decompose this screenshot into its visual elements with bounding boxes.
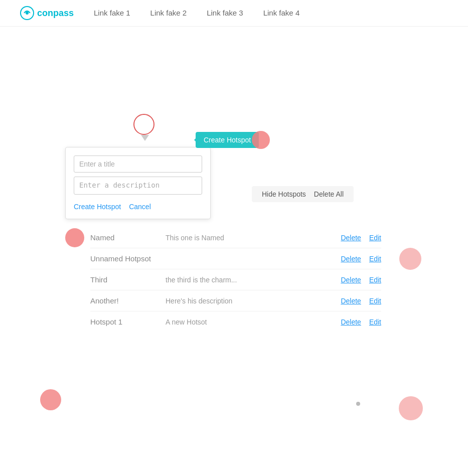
delete-hotspot-5[interactable]: Delete <box>341 318 361 326</box>
title-input[interactable] <box>74 155 202 173</box>
edit-hotspot-1[interactable]: Edit <box>369 234 381 242</box>
hotspot-actions-2: Delete Edit <box>341 255 381 263</box>
hotspot-dot-1 <box>65 228 84 247</box>
hotspot-row: Unnamed Hotpsot Delete Edit <box>90 248 381 269</box>
create-hotspot-tooltip[interactable]: Create Hotspot <box>196 132 259 148</box>
cancel-button[interactable]: Cancel <box>129 203 151 211</box>
delete-hotspot-4[interactable]: Delete <box>341 297 361 305</box>
hotspot-dot-2 <box>399 248 421 270</box>
floating-circle-bottom-right <box>399 396 423 420</box>
hotspot-row: Third the third is the charm... Delete E… <box>90 269 381 290</box>
hotspot-actions-5: Delete Edit <box>341 318 381 326</box>
hotspot-desc-5: A new Hotsot <box>166 318 341 326</box>
hotspot-desc-4: Here's his description <box>166 297 341 305</box>
tooltip-dot <box>252 131 270 149</box>
hotspot-name-2: Unnamed Hotpsot <box>90 254 166 263</box>
edit-hotspot-2[interactable]: Edit <box>369 255 381 263</box>
create-hotspot-button[interactable]: Create Hotspot <box>74 203 121 211</box>
small-dot <box>356 402 360 406</box>
nav-link-3[interactable]: Link fake 3 <box>207 9 243 17</box>
create-hotspot-form: Create Hotspot Cancel <box>65 147 211 219</box>
pin-arrow <box>141 135 149 141</box>
nav-links: Link fake 1 Link fake 2 Link fake 3 Link… <box>94 9 299 18</box>
hotspot-name-5: Hotspot 1 <box>90 318 166 326</box>
delete-hotspot-1[interactable]: Delete <box>341 234 361 242</box>
edit-hotspot-5[interactable]: Edit <box>369 318 381 326</box>
nav-link-1[interactable]: Link fake 1 <box>94 9 130 17</box>
svg-point-1 <box>26 12 29 15</box>
nav-link-2[interactable]: Link fake 2 <box>150 9 187 17</box>
main-content: Create Hotspot Create Hotspot Cancel Hid… <box>0 27 468 458</box>
create-hotspot-label: Create Hotspot <box>204 136 251 144</box>
logo-text: conpass <box>37 8 74 19</box>
form-actions: Create Hotspot Cancel <box>74 203 202 211</box>
description-input[interactable] <box>74 177 202 195</box>
edit-hotspot-4[interactable]: Edit <box>369 297 381 305</box>
navbar: conpass Link fake 1 Link fake 2 Link fak… <box>0 0 468 27</box>
delete-hotspot-2[interactable]: Delete <box>341 255 361 263</box>
hotspot-actions-1: Delete Edit <box>341 234 381 242</box>
hotspot-pin-outline[interactable] <box>133 114 154 135</box>
hotspot-actions-3: Delete Edit <box>341 276 381 284</box>
floating-circle-bottom-left <box>40 389 61 410</box>
hotspot-desc-1: This one is Named <box>166 234 341 242</box>
logo[interactable]: conpass <box>20 6 74 20</box>
hotspot-desc-3: the third is the charm... <box>166 276 341 284</box>
hotspot-name-4: Another! <box>90 296 166 305</box>
hide-hotspots-button[interactable]: Hide Hotspots <box>262 190 306 198</box>
edit-hotspot-3[interactable]: Edit <box>369 276 381 284</box>
hotspot-name-3: Third <box>90 275 166 284</box>
hotspot-row: Named This one is Named Delete Edit <box>90 227 381 248</box>
hotspot-bar: Hide Hotspots Delete All <box>252 186 354 202</box>
nav-link-4[interactable]: Link fake 4 <box>263 9 300 17</box>
hotspot-name-1: Named <box>90 233 166 242</box>
delete-hotspot-3[interactable]: Delete <box>341 276 361 284</box>
hotspot-row: Another! Here's his description Delete E… <box>90 290 381 311</box>
hotspot-list: Named This one is Named Delete Edit Unna… <box>90 227 381 332</box>
hotspot-row: Hotspot 1 A new Hotsot Delete Edit <box>90 311 381 332</box>
delete-all-button[interactable]: Delete All <box>314 190 344 198</box>
hotspot-actions-4: Delete Edit <box>341 297 381 305</box>
